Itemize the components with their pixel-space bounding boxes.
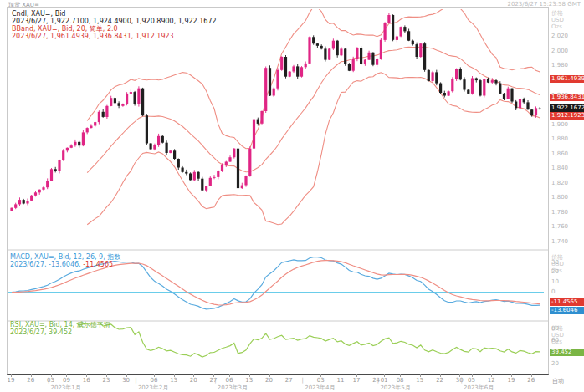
day-tick-label: 27 [285, 377, 293, 384]
rsi-indicator [67, 323, 540, 358]
day-tick-label: 20 [265, 377, 273, 384]
axis-value-box: 1,912.1923 [550, 112, 584, 120]
day-tick-label: 19 [8, 377, 15, 384]
legend-rsi-title: RSI, XAU=, Bid, 14, 威尔德平滑 [10, 321, 110, 328]
day-tick-label: 06 [226, 377, 233, 384]
candlestick-series [10, 13, 540, 211]
day-tick-label: 17 [352, 377, 360, 384]
main-legend: Cndl, XAU=, Bid 2023/6/27, 1,922.7100, 1… [12, 10, 217, 40]
axis-tick-label: 1,880 [551, 135, 568, 142]
month-label: 2023年3月 [218, 384, 248, 392]
axis-tick-label: 2,020 [551, 33, 568, 39]
time-axis[interactable]: 1926030916233006132027061320270311172401… [7, 374, 548, 392]
auto-scale-button[interactable]: 自动 [552, 377, 564, 385]
month-separator: | [302, 377, 304, 384]
day-tick-label: 01 [381, 377, 388, 384]
day-tick-label: 30 [122, 377, 130, 384]
day-tick-label: 05 [468, 377, 475, 384]
chart-canvas[interactable] [8, 8, 549, 374]
rsi-legend: RSI, XAU=, Bid, 14, 威尔德平滑 2023/6/27, 39.… [10, 321, 110, 336]
legend-rsi-value: 2023/6/27, 39.452 [10, 328, 110, 336]
month-label: 2023年6月 [464, 384, 494, 392]
axis-tick-label: 1,840 [551, 165, 568, 171]
legend-macd-value: 2023/6/27, -13.6046, [10, 261, 81, 268]
axis-tick-label: 1,740 [551, 238, 568, 245]
axis-tick-label: 0 [551, 288, 555, 295]
rsi-line [67, 323, 540, 358]
axis-tick-label: 1,820 [551, 180, 568, 186]
axis-value-box: 39.452 [550, 349, 584, 356]
macd-legend: MACD, XAU=, Bid, 12, 26, 9, 指数 2023/6/27… [10, 253, 120, 268]
month-separator: | [461, 377, 463, 384]
month-label: 2023年5月 [380, 384, 410, 392]
legend-macd-signal-value: -11.4565 [81, 261, 114, 268]
axis-value-box: -11.4565 [550, 298, 584, 306]
day-tick-label: 12 [488, 377, 495, 384]
day-tick-label: 13 [245, 377, 253, 384]
month-separator: | [135, 377, 136, 384]
axis-tick-label: 1,900 [551, 121, 568, 128]
month-label: 2023年1月 [51, 384, 81, 392]
day-tick-label: 13 [170, 377, 177, 384]
chart-window: 现货 XAU= 2023/6/27 15:23:58 GMT Cndl, XAU… [0, 0, 584, 392]
day-tick-label: 09 [63, 377, 70, 384]
legend-macd-title: MACD, XAU=, Bid, 12, 26, 9, 指数 [10, 253, 120, 261]
month-separator: | [377, 377, 379, 384]
axis-tick-label: 10 [551, 278, 559, 285]
day-tick-label: 11 [336, 377, 344, 384]
axis-tick-label: 1,760 [551, 223, 568, 230]
month-label: 2023年2月 [138, 384, 168, 392]
legend-series-title: Cndl, XAU=, Bid [12, 10, 217, 18]
axis-caption: 价格USDOzs [551, 10, 564, 30]
axis-value-box: -13.6046 [550, 307, 584, 314]
axis-tick-label: 30 [551, 259, 559, 266]
legend-ohlc-values: 2023/6/27, 1,922.7100, 1,924.4900, 1,920… [12, 18, 217, 25]
day-tick-label: 08 [397, 377, 404, 384]
day-tick-label: 20 [190, 377, 197, 384]
day-tick-label: 19 [508, 377, 515, 384]
price-axis[interactable]: 价格USDOzs2,0202,0001,9801,9601,9401,9201,… [550, 7, 584, 374]
month-label: 2023年4月 [305, 384, 335, 392]
legend-bband-values: 2023/6/27, 1,961.4939, 1,936.8431, 1,912… [12, 33, 217, 40]
day-tick-label: 16 [83, 377, 90, 384]
day-tick-label: 15 [416, 377, 423, 384]
axis-tick-label: 1,780 [551, 209, 568, 216]
day-tick-label: 22 [436, 377, 443, 384]
chart-plot-area[interactable] [7, 7, 549, 375]
axis-tick-label: 80 [551, 325, 559, 332]
axis-tick-label: 20 [551, 360, 559, 367]
axis-tick-label: 20 [551, 268, 559, 275]
day-tick-label: 03 [317, 377, 325, 384]
month-separator: | [214, 377, 216, 384]
axis-value-box: 1,922.1672 [550, 104, 584, 112]
day-tick-label: 26 [527, 377, 535, 384]
axis-value-box: 1,961.4939 [550, 75, 584, 83]
axis-tick-label: 1,980 [551, 62, 568, 69]
day-tick-label: 23 [102, 377, 110, 384]
day-tick-label: 26 [27, 377, 34, 384]
legend-bband-title: BBand, XAU=, Bid, 20, 简单, 2.0 [12, 25, 217, 33]
axis-tick-label: 60 [551, 337, 559, 344]
axis-tick-label: 2,000 [551, 48, 568, 54]
axis-value-box: 1,936.8431 [550, 94, 584, 101]
axis-tick-label: 1,800 [551, 194, 568, 201]
month-separator: | [48, 377, 49, 384]
axis-tick-label: 1,860 [551, 150, 568, 157]
day-tick-label: 06 [150, 377, 157, 384]
